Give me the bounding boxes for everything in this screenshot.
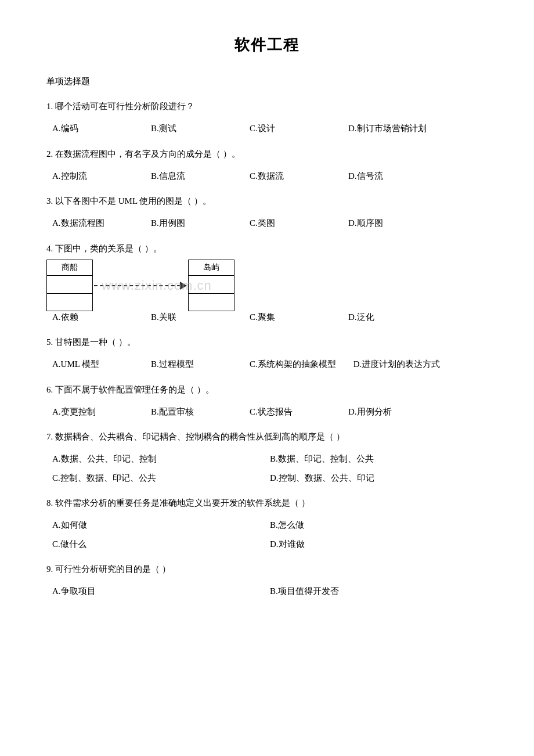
uml-diagram: 商船岛屿www.zixin.com.cn — [46, 262, 267, 309]
question-2-option-C: C.数据流 — [250, 168, 331, 185]
question-4-text: 4. 下图中，类的关系是（ ）。 — [46, 241, 488, 257]
question-8-option-B: B.怎么做 — [270, 517, 488, 534]
question-4: 4. 下图中，类的关系是（ ）。商船岛屿www.zixin.com.cnA.依赖… — [46, 241, 488, 326]
question-3-option-C: C.类图 — [250, 215, 331, 232]
page-title: 软件工程 — [46, 35, 488, 55]
uml-box-shangchuan: 商船 — [46, 260, 93, 311]
question-4-options: A.依赖B.关联C.聚集D.泛化 — [46, 309, 488, 326]
question-1-text: 1. 哪个活动可在可行性分析阶段进行？ — [46, 99, 488, 114]
question-9-option-A: A.争取项目 — [52, 583, 270, 600]
question-7-options: A.数据、公共、印记、控制B.数据、印记、控制、公共C.控制、数据、印记、公共D… — [46, 451, 488, 486]
question-9-option-B: B.项目值得开发否 — [270, 583, 488, 600]
question-2-option-A: A.控制流 — [52, 168, 134, 185]
question-7-text: 7. 数据耦合、公共耦合、印记耦合、控制耦合的耦合性从低到高的顺序是（ ） — [46, 429, 488, 445]
question-7: 7. 数据耦合、公共耦合、印记耦合、控制耦合的耦合性从低到高的顺序是（ ）A.数… — [46, 429, 488, 486]
question-7-option-A: A.数据、公共、印记、控制 — [52, 451, 270, 467]
question-7-option-C: C.控制、数据、印记、公共 — [52, 470, 270, 487]
question-6: 6. 下面不属于软件配置管理任务的是（ ）。A.变更控制B.配置审核C.状态报告… — [46, 382, 488, 420]
question-8-option-D: D.对谁做 — [270, 536, 488, 553]
question-6-option-D: D.用例分析 — [348, 404, 430, 420]
question-2: 2. 在数据流程图中，有名字及方向的成分是（ ）。A.控制流B.信息流C.数据流… — [46, 146, 488, 185]
question-9: 9. 可行性分析研究的目的是（ ）A.争取项目B.项目值得开发否 — [46, 561, 488, 600]
question-5-option-A: A.UML 模型 — [52, 356, 134, 373]
question-5-options: A.UML 模型B.过程模型C.系统构架的抽象模型D.进度计划的表达方式 — [46, 356, 488, 373]
question-3-option-B: B.用例图 — [151, 215, 232, 232]
uml-box-shangchuan-title: 商船 — [47, 260, 92, 276]
question-1-option-B: B.测试 — [151, 120, 232, 137]
question-9-text: 9. 可行性分析研究的目的是（ ） — [46, 561, 488, 577]
question-1-option-C: C.设计 — [250, 120, 331, 137]
question-2-options: A.控制流B.信息流C.数据流D.信号流 — [46, 168, 488, 185]
question-2-text: 2. 在数据流程图中，有名字及方向的成分是（ ）。 — [46, 146, 488, 162]
question-4-option-D: D.泛化 — [348, 309, 430, 326]
question-5-text: 5. 甘特图是一种（ ）。 — [46, 334, 488, 350]
uml-box-daoxu-title: 岛屿 — [189, 260, 234, 276]
dashed-arrow — [94, 285, 187, 286]
question-2-option-B: B.信息流 — [151, 168, 232, 185]
question-5-option-D: D.进度计划的表达方式 — [353, 356, 441, 373]
question-5-option-C: C.系统构架的抽象模型 — [250, 356, 336, 373]
question-8-text: 8. 软件需求分析的重要任务是准确地定义出要开发的软件系统是（ ） — [46, 495, 488, 511]
question-8-options: A.如何做B.怎么做C.做什么D.对谁做 — [46, 517, 488, 552]
question-3-option-A: A.数据流程图 — [52, 215, 134, 232]
question-6-options: A.变更控制B.配置审核C.状态报告D.用例分析 — [46, 404, 488, 420]
question-1-option-A: A.编码 — [52, 120, 134, 137]
section-label: 单项选择题 — [46, 76, 488, 87]
question-8-option-C: C.做什么 — [52, 536, 270, 553]
question-8: 8. 软件需求分析的重要任务是准确地定义出要开发的软件系统是（ ）A.如何做B.… — [46, 495, 488, 552]
uml-box-daoxu: 岛屿 — [188, 260, 234, 311]
question-6-option-C: C.状态报告 — [250, 404, 331, 420]
question-8-option-A: A.如何做 — [52, 517, 270, 534]
question-6-option-A: A.变更控制 — [52, 404, 134, 420]
question-3-text: 3. 以下各图中不是 UML 使用的图是（ ）。 — [46, 193, 488, 209]
question-1: 1. 哪个活动可在可行性分析阶段进行？A.编码B.测试C.设计D.制订市场营销计… — [46, 99, 488, 137]
question-3-options: A.数据流程图B.用例图C.类图D.顺序图 — [46, 215, 488, 232]
question-3: 3. 以下各图中不是 UML 使用的图是（ ）。A.数据流程图B.用例图C.类图… — [46, 193, 488, 232]
question-7-option-D: D.控制、数据、公共、印记 — [270, 470, 488, 487]
question-1-options: A.编码B.测试C.设计D.制订市场营销计划 — [46, 120, 488, 137]
question-1-option-D: D.制订市场营销计划 — [348, 120, 430, 137]
question-2-option-D: D.信号流 — [348, 168, 430, 185]
question-4-option-C: C.聚集 — [250, 309, 331, 326]
question-3-option-D: D.顺序图 — [348, 215, 430, 232]
questions-container: 1. 哪个活动可在可行性分析阶段进行？A.编码B.测试C.设计D.制订市场营销计… — [46, 99, 488, 600]
question-5-option-B: B.过程模型 — [151, 356, 232, 373]
question-9-options: A.争取项目B.项目值得开发否 — [46, 583, 488, 600]
arrow-head-icon — [180, 282, 187, 290]
question-6-option-B: B.配置审核 — [151, 404, 232, 420]
question-6-text: 6. 下面不属于软件配置管理任务的是（ ）。 — [46, 382, 488, 398]
question-5: 5. 甘特图是一种（ ）。A.UML 模型B.过程模型C.系统构架的抽象模型D.… — [46, 334, 488, 373]
question-7-option-B: B.数据、印记、控制、公共 — [270, 451, 488, 467]
